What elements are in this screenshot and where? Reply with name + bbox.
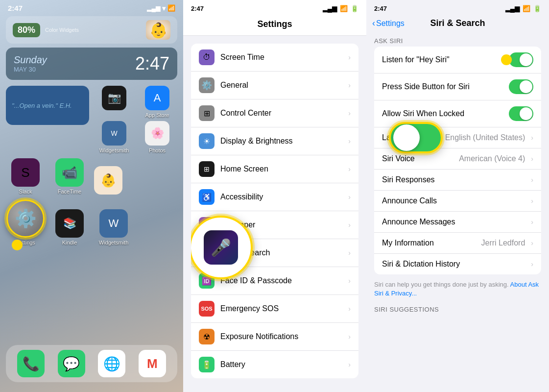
siri-row-my-information[interactable]: My Information Jerri Ledford › <box>374 233 541 254</box>
ask-siri-header: ASK SIRI <box>366 33 549 47</box>
siri-suggestions-header: SIRI SUGGESTIONS <box>366 302 549 315</box>
screen-time-icon: ⏱ <box>199 49 215 65</box>
home-screen-icon: ⊞ <box>199 161 215 177</box>
facetime-label: FaceTime <box>58 189 82 195</box>
side-button-toggle[interactable] <box>509 79 533 94</box>
app-slot-kindle[interactable]: 📚 Kindle <box>50 209 89 245</box>
settings-battery: 🔋 <box>351 5 358 12</box>
exposure-label: Exposure Notifications <box>220 332 342 341</box>
app-slot-facetime[interactable]: 📹 FaceTime <box>50 158 89 195</box>
dock-chrome[interactable]: 🌐 <box>98 350 125 377</box>
home-status-icons: ▂▄▆ ▾ 📶 <box>147 4 175 12</box>
settings-row-battery[interactable]: 🔋 Battery › <box>191 351 358 378</box>
my-information-chevron: › <box>531 239 533 247</box>
big-toggle-overlay <box>389 122 443 153</box>
dictation-history-chevron: › <box>531 260 533 268</box>
widgets-row: "...Open a vein." E.H. 📷 A App Store W W… <box>0 84 183 156</box>
home-time: 2:47 <box>8 4 23 12</box>
siri-voice-value: American (Voice 4) <box>459 154 525 163</box>
app-slot-appstore[interactable]: A App Store <box>137 86 177 118</box>
side-button-label: Press Side Button for Siri <box>382 82 503 91</box>
announce-calls-chevron: › <box>531 197 533 205</box>
settings-row-control-center[interactable]: ⊞ Control Center › <box>191 99 358 127</box>
siri-large-icon: 🎤 <box>204 230 238 265</box>
photos-label: Photos <box>149 147 166 153</box>
siri-nav: ‹ Settings Siri & Search <box>366 15 549 33</box>
face-id-chevron: › <box>348 277 351 285</box>
slack-icon: S <box>21 165 29 180</box>
display-chevron: › <box>348 137 351 145</box>
control-center-chevron: › <box>348 109 351 117</box>
dock-gmail[interactable]: M <box>139 350 166 377</box>
exposure-chevron: › <box>348 333 351 341</box>
allow-locked-toggle-thumb <box>520 107 532 120</box>
control-center-label: Control Center <box>220 109 342 118</box>
app-slot-slack[interactable]: S Slack <box>6 158 45 195</box>
gmail-icon: M <box>147 356 158 371</box>
siri-row-dictation-history[interactable]: Siri & Dictation History › <box>374 254 541 274</box>
facetime-icon: 📹 <box>62 165 77 180</box>
accessibility-label: Accessibility <box>220 193 342 201</box>
appstore-icon: A <box>154 92 161 104</box>
camera-icon: 📷 <box>108 92 121 104</box>
dock-phone[interactable]: 📞 <box>17 350 45 377</box>
siri-back-chevron: ‹ <box>372 18 375 28</box>
general-label: General <box>220 81 342 90</box>
siri-row-language[interactable]: Language English (United States) › <box>374 127 541 148</box>
siri-row-hey-siri: Listen for "Hey Siri" <box>374 47 541 74</box>
settings-row-accessibility[interactable]: ♿ Accessibility › <box>191 183 358 211</box>
wallpaper-chevron: › <box>348 221 351 229</box>
emergency-sos-icon: SOS <box>199 301 215 317</box>
app-slot-widgetsmith-top[interactable]: W Widgetsmith <box>94 121 134 153</box>
dock: 📞 💬 🌐 M <box>6 345 177 382</box>
battery-widget: 80% Color Widgets 👶 <box>6 16 177 44</box>
emergency-sos-chevron: › <box>348 305 351 313</box>
hey-siri-toggle-thumb <box>520 53 532 66</box>
siri-back-button[interactable]: ‹ Settings <box>372 18 405 28</box>
app-row-2: S Slack 📹 FaceTime 👶 <box>0 156 183 197</box>
my-information-value: Jerri Ledford <box>481 239 525 247</box>
settings-row-exposure[interactable]: ☢ Exposure Notifications › <box>191 323 358 351</box>
big-toggle-thumb <box>393 124 420 151</box>
app-slot-widgetsmith-2[interactable]: W Widgetsmith <box>94 209 133 245</box>
signal-icon: ▂▄▆ <box>147 5 160 12</box>
settings-row-general[interactable]: ⚙️ General › <box>191 72 358 99</box>
ask-siri-group: Listen for "Hey Siri" Press Side Button … <box>374 47 541 274</box>
battery-label: Battery <box>220 360 342 369</box>
settings-list: ⏱ Screen Time › ⚙️ General › ⊞ Control C… <box>183 36 366 392</box>
general-icon: ⚙️ <box>199 77 215 93</box>
siri-icon-container: 🎤 🎤 <box>199 245 215 261</box>
language-value: English (United States) <box>445 133 525 142</box>
display-label: Display & Brightness <box>220 137 342 146</box>
dictation-history-label: Siri & Dictation History <box>382 260 525 269</box>
baby-photo-app: 👶 <box>94 166 122 195</box>
settings-row-siri-search[interactable]: 🎤 🎤 Siri & Search › <box>191 239 358 267</box>
settings-row-emergency-sos[interactable]: SOS Emergency SOS › <box>191 295 358 323</box>
siri-row-side-button: Press Side Button for Siri <box>374 74 541 100</box>
dock-messages[interactable]: 💬 <box>58 350 85 377</box>
hey-siri-toggle[interactable] <box>509 52 533 67</box>
empty-slot <box>138 166 167 195</box>
widgetsmith-2-label: Widgetsmith <box>99 240 129 245</box>
home-status-bar: 2:47 ▂▄▆ ▾ 📶 <box>0 0 183 14</box>
my-information-label: My Information <box>382 239 476 247</box>
siri-row-announce-calls[interactable]: Announce Calls › <box>374 191 541 212</box>
app-slot-settings[interactable]: ⚙️ Settings <box>6 199 45 245</box>
screen-time-chevron: › <box>348 53 351 61</box>
app-slot-photos[interactable]: 🌸 Photos <box>137 121 177 153</box>
accessibility-chevron: › <box>348 193 351 201</box>
app-slot-camera[interactable]: 📷 <box>94 86 134 118</box>
siri-signal: ▂▄▆ <box>505 5 520 12</box>
settings-row-screen-time[interactable]: ⏱ Screen Time › <box>191 44 358 72</box>
settings-section-main: ⏱ Screen Time › ⚙️ General › ⊞ Control C… <box>191 44 358 378</box>
settings-status-bar: 2:47 ▂▄▆ 📶 🔋 <box>183 0 366 15</box>
settings-app-icon[interactable]: ⚙️ <box>6 199 45 238</box>
settings-row-home-screen[interactable]: ⊞ Home Screen › <box>191 155 358 183</box>
siri-voice-chevron: › <box>531 155 533 163</box>
allow-locked-toggle[interactable] <box>509 106 533 121</box>
siri-row-siri-responses[interactable]: Siri Responses › <box>374 170 541 191</box>
siri-row-announce-messages[interactable]: Announce Messages › <box>374 212 541 233</box>
face-id-label: Face ID & Passcode <box>220 276 342 285</box>
siri-search-chevron: › <box>348 249 351 257</box>
settings-row-display[interactable]: ☀ Display & Brightness › <box>191 127 358 155</box>
